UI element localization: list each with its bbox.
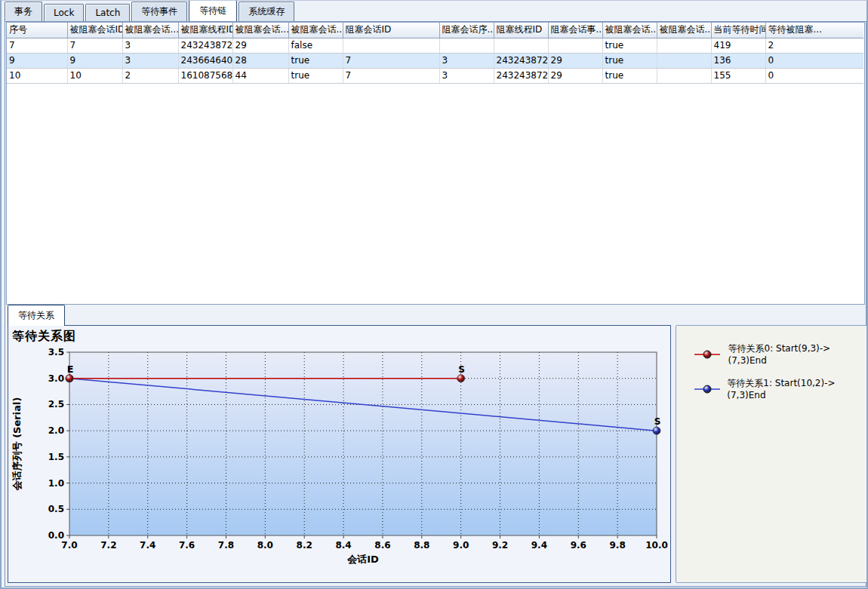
column-header[interactable]: 被阻塞会话... <box>232 23 288 38</box>
legend-swatch-icon <box>693 384 720 394</box>
column-header[interactable]: 被阻塞会话ID <box>67 23 122 38</box>
tab-lock[interactable]: Lock <box>44 4 84 21</box>
data-point[interactable] <box>653 427 660 434</box>
table-cell: true <box>602 68 657 83</box>
y-tick-label: 3.5 <box>48 347 64 357</box>
table-cell: 0 <box>765 53 863 68</box>
plot-area <box>69 352 657 535</box>
table-cell: 2 <box>765 38 863 53</box>
table-cell: 243243872 <box>494 68 548 83</box>
data-point[interactable] <box>457 375 465 382</box>
x-tick-label: 9.2 <box>492 540 508 551</box>
table-cell <box>439 38 494 53</box>
x-tick-label: 7.6 <box>179 540 195 551</box>
top-tabbar: 事务 Lock Latch 等待事件 等待链 系统缓存 <box>5 2 296 21</box>
table-cell: 3 <box>122 38 178 53</box>
x-tick-label: 8.6 <box>374 540 390 551</box>
table-cell: 3 <box>439 53 494 68</box>
column-header[interactable]: 当前等待时间 <box>711 23 765 38</box>
legend-entry: 等待关系0: Start(9,3)->(7,3)End <box>693 342 867 366</box>
y-tick-label: 2.5 <box>48 399 64 410</box>
wait-chain-table-panel[interactable]: 序号被阻塞会话ID被阻塞会话...被阻塞线程ID被阻塞会话...被阻塞会话...… <box>6 22 865 305</box>
y-tick-label: 2.0 <box>48 425 64 436</box>
table-cell: 29 <box>548 68 602 83</box>
column-header[interactable]: 被阻塞线程ID <box>178 23 232 38</box>
table-cell: 243243872 <box>494 53 548 68</box>
x-tick-label: 7.2 <box>100 540 116 551</box>
table-cell: 243664640 <box>178 53 232 68</box>
column-header[interactable]: 阻塞线程ID <box>494 23 548 38</box>
y-axis-label: 会话序列号 (Serial) <box>11 397 23 492</box>
table-cell <box>548 38 602 53</box>
x-tick-label: 7.0 <box>61 540 77 551</box>
y-tick-label: 1.0 <box>48 478 64 489</box>
column-header[interactable]: 阻塞会话事... <box>548 23 602 38</box>
x-tick-label: 9.4 <box>531 540 547 551</box>
y-tick-label: 1.5 <box>48 452 64 462</box>
point-label: S <box>654 416 661 427</box>
data-point[interactable] <box>66 375 73 382</box>
table-cell: 29 <box>548 53 602 68</box>
table-cell: 29 <box>232 38 288 53</box>
column-header[interactable]: 被阻塞会话... <box>288 23 343 38</box>
table-cell <box>343 38 439 53</box>
table-cell <box>494 38 548 53</box>
legend-swatch-icon <box>693 349 722 360</box>
tab-wait-chain[interactable]: 等待链 <box>189 0 237 21</box>
tab-system-cache[interactable]: 系统缓存 <box>239 2 294 21</box>
point-label: E <box>67 364 73 375</box>
x-tick-label: 7.4 <box>140 540 155 551</box>
chart-legend: 等待关系0: Start(9,3)->(7,3)End 等待关系1: Start… <box>676 325 868 583</box>
table-row[interactable]: 99324366464028true7324324387229true1360 <box>7 53 863 68</box>
table-cell: 161087568 <box>178 68 232 83</box>
table-cell: true <box>288 53 343 68</box>
point-label: S <box>458 364 465 375</box>
column-header[interactable]: 等待被阻塞... <box>765 23 863 38</box>
y-tick-label: 0.5 <box>48 504 64 514</box>
x-tick-label: 8.2 <box>297 540 312 551</box>
table-cell: 7 <box>67 38 122 53</box>
bottom-tabbar: 等待关系 <box>8 307 66 326</box>
table-cell: 243243872 <box>178 38 232 53</box>
table-cell: true <box>602 38 657 53</box>
column-header[interactable]: 被阻塞会话... <box>122 23 178 38</box>
table-cell: 10 <box>67 68 122 83</box>
x-tick-label: 8.0 <box>257 540 273 551</box>
chart-title: 等待关系图 <box>12 329 76 345</box>
table-cell: 3 <box>439 68 494 83</box>
table-cell <box>657 53 711 68</box>
column-header[interactable]: 阻塞会话序... <box>439 23 494 38</box>
table-cell: false <box>288 38 343 53</box>
table-cell: 7 <box>7 38 67 53</box>
x-tick-label: 10.0 <box>645 540 668 551</box>
tab-latch[interactable]: Latch <box>85 4 130 21</box>
wait-relation-chart-panel: 7.07.27.47.67.88.08.28.48.68.89.09.29.49… <box>8 325 671 583</box>
table-cell: 2 <box>122 68 178 83</box>
tab-wait-events[interactable]: 等待事件 <box>131 2 187 21</box>
table-cell: 7 <box>343 68 439 83</box>
table-cell: true <box>288 68 343 83</box>
table-cell: 9 <box>67 53 122 68</box>
x-tick-label: 9.0 <box>453 540 469 551</box>
wait-chain-table: 序号被阻塞会话ID被阻塞会话...被阻塞线程ID被阻塞会话...被阻塞会话...… <box>7 23 863 84</box>
tab-transactions[interactable]: 事务 <box>5 2 42 21</box>
table-cell: 136 <box>711 53 765 68</box>
column-header[interactable]: 被阻塞会话... <box>657 23 711 38</box>
column-header[interactable]: 阻塞会话ID <box>343 23 439 38</box>
legend-label: 等待关系0: Start(9,3)->(7,3)End <box>728 342 867 366</box>
tab-wait-relation[interactable]: 等待关系 <box>8 305 65 326</box>
legend-label: 等待关系1: Start(10,2)->(7,3)End <box>727 377 867 400</box>
table-row[interactable]: 77324324387229falsetrue4192 <box>7 38 863 53</box>
content-area: 序号被阻塞会话ID被阻塞会话...被阻塞线程ID被阻塞会话...被阻塞会话...… <box>5 21 866 587</box>
wait-chain-window: { "tabs": [ {"label": "事务", "selected": … <box>0 0 868 589</box>
table-cell: 0 <box>765 68 863 83</box>
x-tick-label: 9.8 <box>610 540 626 551</box>
table-cell: true <box>602 53 657 68</box>
table-cell <box>657 38 711 53</box>
column-header[interactable]: 被阻塞会话... <box>602 23 657 38</box>
table-cell: 419 <box>711 38 765 53</box>
table-cell: 44 <box>232 68 288 83</box>
table-cell: 3 <box>122 53 178 68</box>
column-header[interactable]: 序号 <box>7 23 67 38</box>
table-row[interactable]: 1010216108756844true7324324387229true155… <box>7 68 863 83</box>
